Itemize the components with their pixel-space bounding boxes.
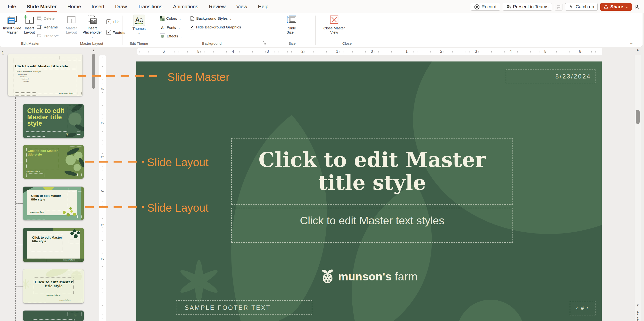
fonts-button[interactable]: A Fonts⌄	[160, 25, 180, 30]
tab-home[interactable]: Home	[62, 0, 86, 13]
thumbnail-decor: ✳	[23, 276, 32, 292]
record-button[interactable]: Record	[471, 3, 500, 11]
background-dialog-launcher-icon[interactable]	[262, 41, 266, 45]
main-scrollbar-track[interactable]	[634, 55, 641, 321]
date-placeholder[interactable]: 8/23/2024	[506, 70, 596, 83]
slide-layout-thumbnail-6[interactable]: ✳	[23, 310, 84, 321]
tab-help[interactable]: Help	[252, 0, 274, 13]
ruler-label: 2	[100, 120, 104, 125]
brand-logo: munson's farm	[136, 268, 602, 284]
record-icon	[474, 4, 480, 10]
mini-logo: munson's farm	[23, 294, 84, 296]
slide-number-placeholder	[78, 215, 82, 218]
panel-scrollbar-thumb[interactable]	[92, 54, 95, 89]
themes-icon: Aa	[133, 15, 145, 26]
colors-button[interactable]: Colors⌄	[160, 16, 182, 21]
thumbnail-decor	[23, 228, 54, 231]
master-title-text: Click to edit Master title style	[232, 148, 512, 194]
slide-canvas: 8/23/2024 Click to edit Master title sty…	[136, 62, 602, 321]
footer-placeholder	[14, 92, 37, 96]
mini-logo: munson's farm	[59, 92, 73, 94]
panel-scroll-up-arrow[interactable]: ▲	[92, 49, 96, 52]
ruler-label: 2	[300, 49, 304, 54]
title-placeholder[interactable]: Click to edit Master title style	[231, 138, 513, 205]
footer-placeholder[interactable]: SAMPLE FOOTER TEXT	[176, 300, 312, 315]
insert-layout-button[interactable]: Insert Layout	[22, 15, 36, 34]
slide-layout-thumbnail-2[interactable]: Click to edit Master title style munson'…	[23, 145, 84, 179]
pulse-icon	[569, 5, 574, 9]
ruler-label: 5	[196, 49, 200, 54]
section-number: 1	[2, 50, 4, 56]
ruler-label: 3	[474, 49, 478, 54]
annotation-slide-layout-label-2: Slide Layout	[147, 201, 208, 214]
scroll-up-arrow[interactable]: ▲	[636, 49, 640, 51]
rename-icon	[37, 25, 42, 30]
body-placeholder[interactable]: Click to edit Master text styles	[231, 208, 513, 243]
scroll-down-arrow[interactable]: ▼	[636, 304, 640, 307]
slide-layout-thumbnail-5[interactable]: ✳ Click to edit Master title style munso…	[23, 269, 84, 303]
master-layout-button[interactable]: Master Layout	[62, 15, 80, 34]
thumbnail-tree-stub	[16, 286, 23, 286]
catch-up-button[interactable]: Catch up	[565, 3, 598, 11]
background-styles-icon	[190, 16, 194, 21]
delete-button[interactable]: Delete	[37, 16, 54, 21]
slide-layout-thumbnail-1[interactable]: ✳ Click to edit Master title style	[23, 104, 84, 138]
slide-layout-thumbnail-3[interactable]: Click to edit Master title style munson'…	[23, 187, 84, 220]
date-placeholder	[68, 271, 82, 274]
main-scrollbar-thumb[interactable]	[636, 110, 640, 124]
tab-view[interactable]: View	[231, 0, 252, 13]
effects-button[interactable]: Effects⌄	[160, 34, 182, 39]
share-dropdown-chevron: ⌄	[625, 5, 628, 9]
title-placeholder: Click to edit Master title style	[34, 277, 74, 294]
tab-draw[interactable]: Draw	[110, 0, 132, 13]
thumbnail-decor	[23, 228, 27, 262]
tab-transitions[interactable]: Transitions	[132, 0, 168, 13]
next-slide-button[interactable]: ▼▼	[636, 316, 640, 321]
title-checkbox[interactable]: ✓ Title	[106, 20, 120, 24]
tab-review[interactable]: Review	[204, 0, 231, 13]
tab-insert[interactable]: Insert	[86, 0, 110, 13]
close-master-view-button[interactable]: Close Master View	[321, 15, 348, 34]
previous-slide-button[interactable]: ▲▲	[636, 310, 640, 315]
rename-button[interactable]: Rename	[37, 25, 58, 30]
slide-master-thumbnail[interactable]: Click to edit Master title style Click t…	[8, 54, 82, 96]
ruler-label: 2	[439, 49, 443, 54]
group-label-edit-theme: Edit Theme	[122, 41, 155, 45]
themes-button[interactable]: Aa Themes ⌄	[132, 15, 146, 35]
colors-icon	[160, 16, 164, 21]
tab-slide-master[interactable]: Slide Master	[21, 0, 62, 13]
checkbox-checked-icon: ✓	[190, 25, 194, 29]
slide-size-button[interactable]: Slide Size ⌄	[284, 15, 300, 35]
teams-icon: T	[506, 5, 511, 9]
slide-number-placeholder	[78, 173, 82, 176]
thumbnail-tree-stub	[16, 245, 23, 245]
ruler-label: 4	[508, 49, 513, 54]
tab-file[interactable]: File	[2, 0, 21, 13]
ruler-label: 3	[266, 49, 270, 54]
thumbnail-tree-line	[15, 97, 16, 321]
thumbnail-decor: ✳	[74, 313, 77, 318]
dropdown-chevron: ⌄	[229, 17, 232, 21]
present-in-teams-button[interactable]: T Present in Teams	[503, 3, 552, 11]
date-placeholder	[69, 146, 82, 150]
insert-slide-master-button[interactable]: Insert Slide Master	[3, 15, 21, 34]
ruler-label: 3	[100, 86, 104, 91]
tab-animations[interactable]: Animations	[168, 0, 204, 13]
hide-background-graphics-checkbox[interactable]: ✓ Hide Background Graphics	[190, 25, 241, 29]
people-icon[interactable]	[634, 4, 640, 10]
group-label-close: Close	[316, 41, 378, 45]
slide-number-placeholder[interactable]: ‹ # ›	[570, 301, 596, 315]
collapse-ribbon-chevron[interactable]: ⌄	[629, 39, 634, 46]
ruler-label: 4	[231, 49, 235, 54]
background-styles-button[interactable]: Background Styles⌄	[190, 16, 232, 21]
checkbox-checked-icon: ✓	[106, 30, 111, 35]
menu-bar: File Slide Master Home Insert Draw Trans…	[0, 0, 644, 13]
title-placeholder	[33, 319, 74, 321]
slide-layout-thumbnail-4[interactable]: Click to edit Master title style munson'…	[23, 228, 84, 262]
ruler-label: 1	[100, 154, 104, 159]
preserve-button[interactable]: Preserve	[37, 34, 59, 38]
title-placeholder: Click to edit Master title style	[26, 148, 59, 169]
share-button[interactable]: Share ⌄	[600, 3, 632, 11]
comments-icon[interactable]	[555, 3, 562, 11]
insert-placeholder-button[interactable]: Insert Placeholder ⌄	[81, 15, 103, 39]
